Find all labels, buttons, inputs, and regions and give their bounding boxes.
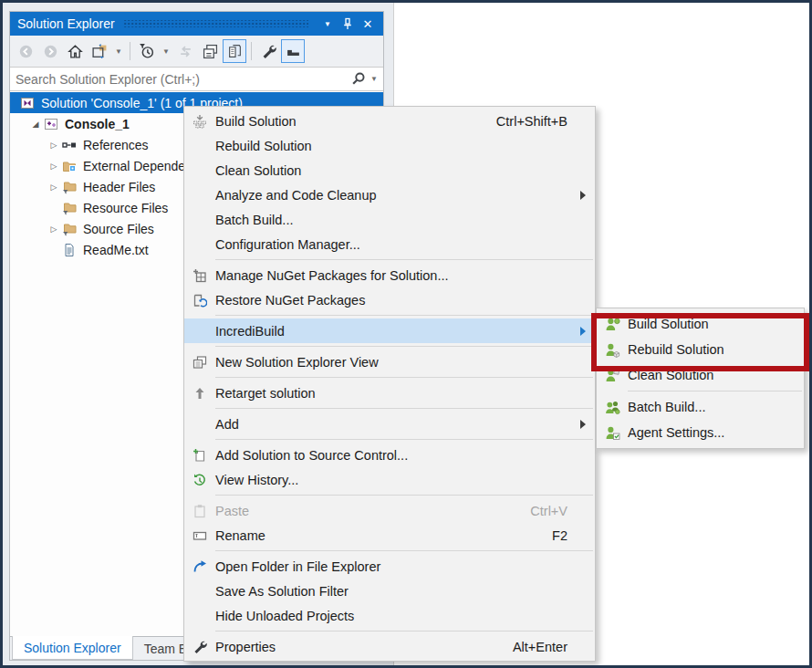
menu-item-restore-nuget-packages[interactable]: Restore NuGet Packages xyxy=(184,287,595,312)
menu-item-retarget-solution[interactable]: Retarget solution xyxy=(184,381,595,405)
properties-button[interactable] xyxy=(256,39,280,63)
menu-item-clean-solution[interactable]: Clean Solution xyxy=(184,158,595,183)
switch-views-button[interactable] xyxy=(88,39,111,63)
search-bar: ▼ xyxy=(10,67,383,91)
menu-separator xyxy=(215,259,593,260)
toolbar-separator xyxy=(130,42,130,60)
back-icon xyxy=(18,44,34,59)
menu-item-analyze-and-code-cleanup[interactable]: Analyze and Code Cleanup xyxy=(184,183,595,207)
close-button[interactable]: ✕ xyxy=(358,15,378,33)
forward-button[interactable] xyxy=(38,39,62,63)
submenu-item-agent-settings[interactable]: Agent Settings... xyxy=(597,420,804,445)
open-folder-arrow-icon xyxy=(184,559,215,574)
tree-label: Source Files xyxy=(83,222,154,236)
retarget-up-arrow-icon xyxy=(184,386,215,401)
incredibuild-batch-icon xyxy=(597,400,628,415)
tree-label: ReadMe.txt xyxy=(83,243,149,257)
solution-explorer-toolbar: ▼ ▼ xyxy=(10,36,383,67)
view-history-icon xyxy=(184,473,215,487)
menu-item-label: Configuration Manager... xyxy=(215,237,567,252)
collapsed-arrow-icon[interactable]: ▷ xyxy=(47,224,61,234)
show-all-files-icon xyxy=(227,44,243,59)
menu-item-open-folder-in-file-explorer[interactable]: Open Folder in File Explorer xyxy=(184,554,595,579)
tab-solution-explorer[interactable]: Solution Explorer xyxy=(12,636,133,660)
menu-item-label: Clean Solution xyxy=(628,368,795,382)
tree-label: Console_1 xyxy=(65,117,130,131)
menu-item-build-solution[interactable]: Build Solution Ctrl+Shift+B xyxy=(184,109,595,133)
tab-label: Solution Explorer xyxy=(24,641,121,655)
solution-icon xyxy=(19,96,36,110)
preview-selected-items-button[interactable] xyxy=(281,39,305,63)
filter-folder-icon xyxy=(61,180,78,194)
menu-separator xyxy=(215,495,593,496)
menu-item-label: Rebuild Solution xyxy=(628,342,795,357)
wrench-icon xyxy=(261,44,276,59)
incredibuild-submenu: Build Solution Rebuild Solution Clean So… xyxy=(596,308,805,449)
switch-views-dropdown[interactable]: ▼ xyxy=(112,39,125,63)
incredibuild-rebuild-icon xyxy=(597,342,628,358)
menu-item-rebuild-solution[interactable]: Rebuild Solution xyxy=(184,133,595,158)
pin-icon xyxy=(341,17,354,30)
menu-item-label: Batch Build... xyxy=(628,400,795,414)
submenu-item-build-solution[interactable]: Build Solution xyxy=(597,311,804,337)
back-button[interactable] xyxy=(14,39,37,63)
pending-changes-filter-button[interactable] xyxy=(135,39,159,63)
sync-with-active-document-button[interactable] xyxy=(173,39,197,63)
menu-item-label: Batch Build... xyxy=(215,213,567,227)
menu-item-label: Analyze and Code Cleanup xyxy=(215,188,567,203)
toolbar-separator xyxy=(251,42,252,60)
menu-item-label: Restore NuGet Packages xyxy=(215,293,567,308)
submenu-item-rebuild-solution[interactable]: Rebuild Solution xyxy=(597,337,804,362)
menu-item-batch-build[interactable]: Batch Build... xyxy=(184,207,595,232)
menu-item-save-as-solution-filter[interactable]: Save As Solution Filter xyxy=(184,579,595,603)
menu-item-paste[interactable]: Paste Ctrl+V xyxy=(184,498,595,523)
menu-item-manage-nuget-packages[interactable]: Manage NuGet Packages for Solution... xyxy=(184,263,595,287)
menu-item-incredibuild[interactable]: IncrediBuild xyxy=(184,318,595,343)
window-position-menu-button[interactable]: ▼ xyxy=(318,15,338,33)
collapse-all-button[interactable] xyxy=(198,39,222,63)
home-button[interactable] xyxy=(63,39,87,63)
pending-changes-filter-icon xyxy=(139,43,155,59)
menu-item-properties[interactable]: Properties Alt+Enter xyxy=(184,634,595,659)
search-options-dropdown[interactable]: ▼ xyxy=(370,75,378,83)
menu-item-label: Clean Solution xyxy=(215,163,567,178)
menu-item-hide-unloaded-projects[interactable]: Hide Unloaded Projects xyxy=(184,603,595,628)
titlebar-grip-dots xyxy=(124,20,308,27)
collapsed-arrow-icon[interactable]: ▷ xyxy=(47,141,61,150)
new-solution-explorer-view-icon xyxy=(184,355,215,370)
submenu-item-batch-build[interactable]: Batch Build... xyxy=(597,394,804,420)
switch-views-icon xyxy=(91,44,108,59)
solution-explorer-titlebar[interactable]: Solution Explorer ▼ ✕ xyxy=(10,12,383,36)
menu-item-configuration-manager[interactable]: Configuration Manager... xyxy=(184,232,595,256)
add-to-source-control-icon xyxy=(184,448,215,463)
submenu-item-clean-solution[interactable]: Clean Solution xyxy=(597,362,804,388)
chevron-down-icon: ▼ xyxy=(162,47,170,56)
menu-item-view-history[interactable]: View History... xyxy=(184,467,595,492)
menu-item-add-solution-to-source-control[interactable]: Add Solution to Source Control... xyxy=(184,443,595,467)
collapsed-arrow-icon[interactable]: ▷ xyxy=(47,183,61,192)
menu-item-label: Properties xyxy=(215,640,485,654)
expanded-arrow-icon[interactable]: ◢ xyxy=(28,120,43,129)
search-icon[interactable] xyxy=(350,71,366,87)
submenu-arrow-icon xyxy=(580,327,586,336)
panel-title: Solution Explorer xyxy=(17,16,115,31)
nuget-restore-icon xyxy=(184,293,215,308)
pending-changes-dropdown[interactable]: ▼ xyxy=(160,39,172,63)
show-all-files-button[interactable] xyxy=(223,39,246,63)
collapsed-arrow-icon[interactable]: ▷ xyxy=(47,162,61,171)
submenu-arrow-icon xyxy=(580,191,586,200)
menu-item-shortcut: Alt+Enter xyxy=(485,640,567,654)
menu-item-shortcut: Ctrl+Shift+B xyxy=(469,114,567,129)
search-input[interactable] xyxy=(16,72,350,87)
pin-button[interactable] xyxy=(338,15,358,33)
menu-item-add[interactable]: Add xyxy=(184,412,595,436)
menu-item-label: View History... xyxy=(215,473,567,487)
menu-item-label: Agent Settings... xyxy=(628,425,795,440)
preview-selected-items-icon xyxy=(286,44,301,59)
wrench-icon xyxy=(184,640,215,654)
menu-item-rename[interactable]: Rename F2 xyxy=(184,523,595,548)
menu-item-new-solution-explorer-view[interactable]: New Solution Explorer View xyxy=(184,350,595,374)
menu-separator xyxy=(215,408,593,409)
menu-separator xyxy=(215,631,593,631)
paste-clipboard-icon xyxy=(184,504,215,518)
